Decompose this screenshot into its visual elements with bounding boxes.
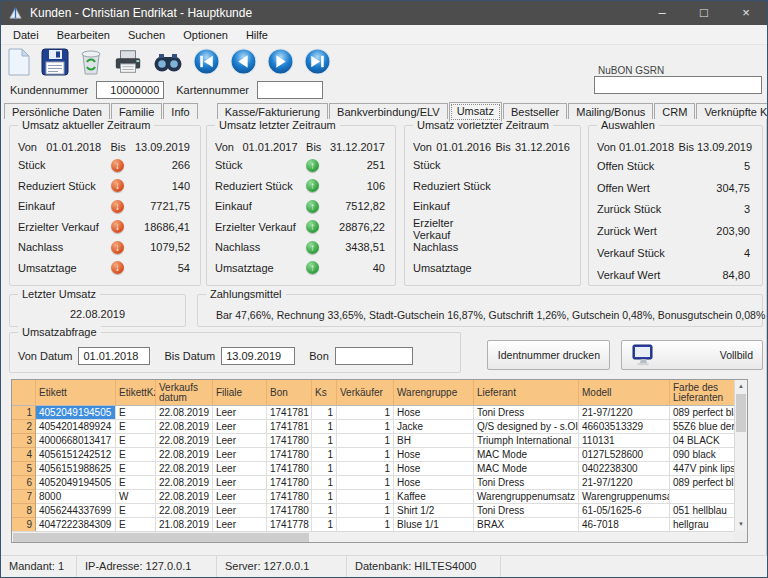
cell[interactable]: 1741780 (267, 448, 312, 462)
cell[interactable]: 22.08.2019 (156, 434, 213, 448)
table-row[interactable]: 44056151242512E22.08.2019Leer174178011Ho… (12, 448, 747, 462)
cell[interactable]: 1741780 (267, 490, 312, 504)
cell[interactable]: Leer (213, 420, 267, 434)
cell[interactable]: Leer (213, 462, 267, 476)
vertical-scroll-thumb[interactable] (736, 394, 746, 432)
cell[interactable]: 1 (312, 490, 337, 504)
save-button[interactable] (41, 48, 69, 76)
nav-next-button[interactable] (267, 48, 294, 75)
cell[interactable]: Leer (213, 504, 267, 518)
horizontal-scrollbar[interactable] (12, 531, 734, 542)
vollbild-button[interactable]: Vollbild (621, 340, 763, 370)
cell[interactable]: 61-05/1625-6 (579, 504, 670, 518)
cell[interactable]: Warengruppenumsatz (579, 490, 670, 504)
cell[interactable]: BRAX (474, 518, 579, 532)
cell[interactable]: Warengruppenumsatz (474, 490, 579, 504)
cell[interactable]: Leer (213, 490, 267, 504)
tab-umsatz[interactable]: Umsatz (449, 102, 502, 122)
cell[interactable]: 1741781 (267, 420, 312, 434)
cell[interactable]: Leer (213, 518, 267, 532)
table-row[interactable]: 78000W22.08.2019Leer174178011KaffeeWaren… (12, 490, 747, 504)
cell[interactable]: 0127L528600 (579, 448, 670, 462)
cell[interactable]: Jacke (394, 420, 474, 434)
cell[interactable]: E (116, 476, 156, 490)
cell[interactable]: Toni Dress (474, 476, 579, 490)
cell[interactable]: 1 (337, 420, 394, 434)
table-row[interactable]: 14052049194505E22.08.2019Leer174178111Ho… (12, 406, 747, 420)
row-number-header[interactable] (12, 380, 36, 406)
cell[interactable]: MAC Mode (474, 462, 579, 476)
cell[interactable]: 1 (312, 476, 337, 490)
cell[interactable]: E (116, 434, 156, 448)
new-record-button[interactable] (7, 48, 31, 76)
menu-datei[interactable]: Datei (4, 25, 48, 45)
cell[interactable]: E (116, 448, 156, 462)
column-header-verkaufs-datum[interactable]: Verkaufs datum (156, 380, 213, 406)
cell[interactable]: 21.08.2019 (156, 518, 213, 532)
cell[interactable]: 4056151242512 (36, 448, 116, 462)
cell[interactable]: 4056151988625 (36, 462, 116, 476)
cell[interactable]: Leer (213, 448, 267, 462)
scroll-down-icon[interactable]: ▼ (735, 518, 747, 531)
column-header-farbe-des-lieferanten[interactable]: Farbe des Lieferanten (670, 380, 736, 406)
cell[interactable]: 1 (312, 448, 337, 462)
table-row[interactable]: 34000668013417E22.08.2019Leer174178011BH… (12, 434, 747, 448)
cell[interactable]: E (116, 518, 156, 532)
cell[interactable]: 0402238300 (579, 462, 670, 476)
vertical-scrollbar[interactable]: ▲ ▼ (734, 380, 747, 531)
cell[interactable]: 089 perfect black (670, 406, 736, 420)
cell[interactable]: 22.08.2019 (156, 490, 213, 504)
cell[interactable]: Toni Dress (474, 504, 579, 518)
cell[interactable]: E (116, 462, 156, 476)
nav-last-button[interactable] (304, 48, 331, 75)
cell[interactable]: 21-97/1220 (579, 406, 670, 420)
column-header-bon[interactable]: Bon (267, 380, 312, 406)
row-number[interactable]: 2 (12, 420, 36, 434)
cell[interactable]: 1 (337, 490, 394, 504)
menu-hilfe[interactable]: Hilfe (237, 25, 277, 45)
cell[interactable]: 1 (312, 504, 337, 518)
cell[interactable]: 46603513329 (579, 420, 670, 434)
cell[interactable]: 1 (312, 434, 337, 448)
bon-input[interactable] (335, 347, 413, 365)
cell[interactable]: BH (394, 434, 474, 448)
cell[interactable]: 1 (312, 406, 337, 420)
delete-button[interactable] (79, 48, 103, 76)
cell[interactable]: Hose (394, 448, 474, 462)
cell[interactable]: 4047222384309 (36, 518, 116, 532)
cell[interactable]: Hose (394, 462, 474, 476)
cell[interactable]: E (116, 406, 156, 420)
column-header-filiale[interactable]: Filiale (213, 380, 267, 406)
table-row[interactable]: 84056244337699E22.08.2019Leer174178011Sh… (12, 504, 747, 518)
print-button[interactable] (113, 49, 143, 75)
column-header-lieferant[interactable]: Lieferant (474, 380, 579, 406)
cell[interactable]: Leer (213, 476, 267, 490)
cell[interactable]: 1741780 (267, 476, 312, 490)
cell[interactable]: hellgrau (670, 518, 736, 532)
cell[interactable]: Leer (213, 406, 267, 420)
cell[interactable]: Triumph International (474, 434, 579, 448)
menu-optionen[interactable]: Optionen (174, 25, 237, 45)
column-header-etikettkz[interactable]: EtikettKz (116, 380, 156, 406)
cell[interactable]: 1 (337, 448, 394, 462)
close-button[interactable]: × (725, 1, 767, 25)
cell[interactable]: 1 (337, 434, 394, 448)
cell[interactable]: Q/S designed by - s.Oliver (474, 420, 579, 434)
cell[interactable]: 46-7018 (579, 518, 670, 532)
cell[interactable]: 1 (337, 462, 394, 476)
von-datum-input[interactable] (78, 347, 150, 365)
cell[interactable]: 4052049194505 (36, 476, 116, 490)
cell[interactable]: Toni Dress (474, 406, 579, 420)
minimize-button[interactable]: – (641, 1, 683, 25)
table-row[interactable]: 64052049194505E22.08.2019Leer174178011Ho… (12, 476, 747, 490)
bis-datum-input[interactable] (221, 347, 295, 365)
cell[interactable]: 1 (337, 504, 394, 518)
cell[interactable]: 1741780 (267, 462, 312, 476)
cell[interactable]: 1741780 (267, 504, 312, 518)
cell[interactable]: Hose (394, 406, 474, 420)
cell[interactable]: Kaffee (394, 490, 474, 504)
cell[interactable]: 8000 (36, 490, 116, 504)
cell[interactable]: 089 perfect black (670, 476, 736, 490)
cell[interactable]: 110131 (579, 434, 670, 448)
column-header-modell[interactable]: Modell (579, 380, 670, 406)
